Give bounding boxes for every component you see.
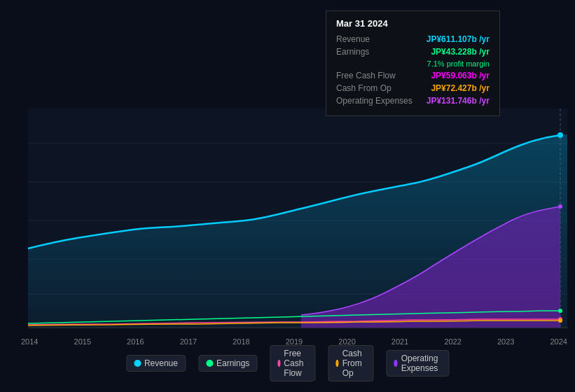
- legend-cfo[interactable]: Cash From Op: [328, 345, 373, 382]
- tooltip-fcf-row: Free Cash Flow JP¥59.063b /yr: [336, 71, 490, 80]
- legend-opex[interactable]: Operating Expenses: [386, 350, 449, 377]
- x-tick-2015: 2015: [74, 337, 91, 346]
- fcf-label: Free Cash Flow: [336, 71, 396, 80]
- earnings-value: JP¥43.228b /yr: [431, 47, 489, 57]
- legend-fcf[interactable]: Free Cash Flow: [270, 345, 315, 382]
- tooltip-opex-row: Operating Expenses JP¥131.746b /yr: [336, 96, 490, 106]
- earnings-label: Earnings: [336, 47, 369, 57]
- svg-point-10: [558, 204, 562, 209]
- svg-point-13: [558, 318, 562, 323]
- chart-container: Mar 31 2024 Revenue JP¥611.107b /yr Earn…: [0, 0, 575, 392]
- legend-label-fcf: Free Cash Flow: [284, 349, 307, 378]
- profit-margin-text: 7.1% profit margin: [427, 59, 490, 68]
- tooltip-cfo-row: Cash From Op JP¥72.427b /yr: [336, 83, 490, 93]
- svg-point-9: [557, 132, 563, 138]
- tooltip-date: Mar 31 2024: [336, 18, 490, 29]
- opex-label: Operating Expenses: [336, 96, 413, 106]
- svg-point-11: [558, 309, 562, 313]
- revenue-value: JP¥611.107b /yr: [427, 34, 490, 44]
- legend-revenue[interactable]: Revenue: [126, 355, 186, 372]
- legend-dot-cfo: [335, 360, 338, 367]
- legend-dot-revenue: [134, 360, 141, 367]
- tooltip-earnings-row: Earnings JP¥43.228b /yr: [336, 47, 490, 57]
- tooltip-box: Mar 31 2024 Revenue JP¥611.107b /yr Earn…: [326, 10, 500, 116]
- legend-label-revenue: Revenue: [144, 358, 178, 368]
- opex-value: JP¥131.746b /yr: [427, 96, 490, 106]
- legend-dot-earnings: [206, 360, 213, 367]
- x-tick-2014: 2014: [21, 337, 38, 346]
- legend-dot-fcf: [277, 360, 280, 367]
- legend-label-earnings: Earnings: [216, 358, 249, 368]
- profit-margin-row: 7.1% profit margin: [336, 59, 490, 68]
- x-tick-2023: 2023: [497, 337, 514, 346]
- legend-label-cfo: Cash From Op: [342, 349, 366, 378]
- fcf-value: JP¥59.063b /yr: [431, 71, 489, 80]
- legend-label-opex: Operating Expenses: [401, 354, 441, 373]
- cfo-label: Cash From Op: [336, 83, 392, 93]
- legend-dot-opex: [394, 360, 397, 367]
- tooltip-revenue-row: Revenue JP¥611.107b /yr: [336, 34, 490, 44]
- x-tick-2024: 2024: [550, 337, 567, 346]
- cfo-value: JP¥72.427b /yr: [431, 83, 489, 93]
- legend-earnings[interactable]: Earnings: [198, 355, 257, 372]
- legend: Revenue Earnings Free Cash Flow Cash Fro…: [126, 345, 449, 382]
- revenue-label: Revenue: [336, 34, 370, 44]
